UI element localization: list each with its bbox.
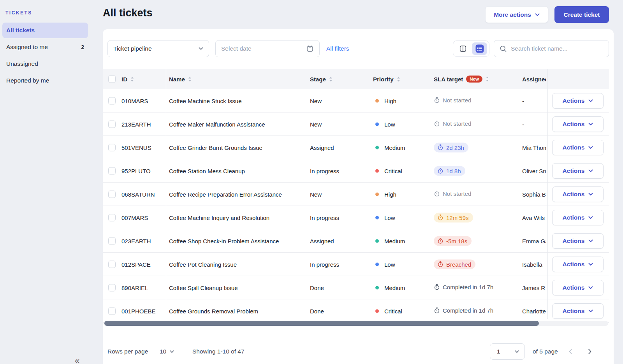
sort-icon[interactable] — [188, 76, 192, 82]
chevron-down-icon — [588, 193, 593, 196]
ticket-stage: Done — [310, 284, 324, 291]
next-page-button[interactable] — [588, 348, 592, 355]
priority-dot-icon — [375, 286, 379, 289]
sidebar-item-label: Unassigned — [6, 60, 38, 67]
priority-dot-icon — [375, 239, 379, 243]
row-checkbox[interactable] — [108, 260, 116, 268]
ticket-name: Coffee Station Mess Cleanup — [169, 167, 245, 174]
priority-dot-icon — [375, 309, 379, 313]
row-actions-button[interactable]: Actions — [552, 280, 604, 295]
ticket-id: 952PLUTO — [121, 167, 151, 174]
row-checkbox[interactable] — [108, 214, 116, 221]
rows-per-page-label: Rows per page — [107, 348, 148, 355]
ticket-id: 501VENUS — [121, 144, 151, 151]
table-header: ID Name Stage Priority — [103, 69, 609, 89]
ticket-name: Coffee Pot Cleaning Issue — [169, 261, 237, 267]
row-checkbox[interactable] — [108, 307, 116, 315]
ticket-name: Coffee Grinder Burnt Grounds Issue — [169, 144, 262, 151]
ticket-priority: Low — [375, 121, 395, 127]
sort-icon[interactable] — [329, 76, 333, 82]
create-ticket-button[interactable]: Create ticket — [554, 6, 609, 23]
ticket-id: 068SATURN — [121, 191, 155, 197]
sidebar-item-reported-by-me[interactable]: Reported by me — [2, 73, 88, 88]
stopwatch-icon — [437, 238, 443, 244]
row-actions-button[interactable]: Actions — [552, 210, 604, 225]
table-row: 012SPACE Coffee Pot Cleaning Issue In pr… — [103, 253, 609, 276]
row-checkbox[interactable] — [108, 190, 116, 198]
row-actions-button[interactable]: Actions — [552, 257, 604, 272]
more-actions-button[interactable]: More actions — [485, 6, 548, 23]
sla-target-value: -5m 18s — [434, 236, 472, 246]
sla-target-value: Not started — [434, 190, 471, 198]
row-actions-button[interactable]: Actions — [552, 303, 604, 319]
priority-dot-icon — [375, 146, 379, 149]
column-header-sla-target: SLA target — [434, 76, 463, 83]
row-checkbox[interactable] — [108, 120, 116, 128]
ticket-priority: High — [375, 97, 396, 104]
search-input[interactable]: Search ticket name... — [494, 40, 609, 57]
ticket-priority: High — [375, 191, 396, 197]
date-input[interactable]: Select date — [215, 40, 320, 57]
column-header-name: Name — [169, 76, 185, 83]
rows-per-page-value: 10 — [160, 348, 166, 355]
sidebar-item-assigned-to-me[interactable]: Assigned to me 2 — [2, 39, 88, 55]
ticket-assignee: James R — [522, 284, 546, 291]
sidebar-item-label: Reported by me — [6, 77, 49, 84]
row-actions-button[interactable]: Actions — [552, 93, 604, 109]
row-checkbox[interactable] — [108, 284, 116, 291]
page-number-value: 1 — [497, 348, 500, 355]
ticket-name: Coffee Machine Stuck Issue — [169, 97, 242, 104]
collapse-sidebar-icon[interactable]: « — [75, 358, 79, 364]
column-header-id: ID — [121, 76, 127, 83]
chevron-down-icon — [170, 350, 174, 353]
stopwatch-icon — [437, 168, 443, 174]
sidebar-item-label: Assigned to me — [6, 44, 48, 51]
row-actions-button[interactable]: Actions — [552, 186, 604, 202]
ticket-assignee: - — [522, 121, 546, 127]
row-actions-button[interactable]: Actions — [552, 233, 604, 249]
page-number-select[interactable]: 1 — [490, 343, 525, 360]
row-checkbox[interactable] — [108, 167, 116, 174]
stopwatch-icon — [434, 120, 440, 127]
rows-per-page-select[interactable]: 10 — [160, 348, 174, 355]
all-filters-link[interactable]: All filters — [326, 45, 349, 52]
horizontal-scrollbar-track[interactable] — [104, 321, 608, 326]
chevron-down-icon — [588, 146, 593, 149]
pipeline-select-value: Ticket pipeline — [113, 45, 152, 52]
board-view-toggle[interactable] — [455, 42, 470, 55]
chevron-down-icon — [588, 99, 593, 102]
list-view-toggle[interactable] — [472, 42, 487, 55]
sort-icon[interactable] — [397, 76, 400, 82]
row-actions-button[interactable]: Actions — [552, 140, 604, 155]
row-checkbox[interactable] — [108, 97, 116, 104]
table-row: 010MARS Coffee Machine Stuck Issue New H… — [103, 89, 609, 113]
ticket-stage: In progress — [310, 167, 339, 174]
chevron-down-icon — [588, 239, 593, 243]
sort-icon[interactable] — [486, 76, 489, 82]
ticket-assignee: - — [522, 97, 546, 104]
sort-icon[interactable] — [130, 76, 134, 82]
sidebar-item-unassigned[interactable]: Unassigned — [2, 56, 88, 72]
ticket-id: 012SPACE — [121, 261, 151, 267]
ticket-assignee: Oliver Sm — [522, 167, 546, 174]
ticket-id: 007MARS — [121, 214, 148, 221]
priority-dot-icon — [375, 262, 379, 266]
stopwatch-icon — [434, 307, 440, 313]
row-actions-button[interactable]: Actions — [552, 163, 604, 179]
sidebar-nav: All tickets Assigned to me 2 Unassigned … — [2, 23, 88, 90]
table-row: 068SATURN Coffee Recipe Preparation Erro… — [103, 183, 609, 206]
ticket-assignee: Sophia B — [522, 191, 546, 197]
row-checkbox[interactable] — [108, 237, 116, 244]
ticket-priority: Medium — [375, 144, 405, 151]
previous-page-button[interactable] — [568, 348, 572, 355]
table-body: 010MARS Coffee Machine Stuck Issue New H… — [103, 89, 609, 323]
row-checkbox[interactable] — [108, 144, 116, 151]
horizontal-scrollbar-thumb[interactable] — [104, 321, 539, 326]
row-actions-button[interactable]: Actions — [552, 116, 604, 132]
search-placeholder: Search ticket name... — [511, 45, 568, 52]
ticket-stage: Assigned — [310, 144, 334, 151]
pipeline-select[interactable]: Ticket pipeline — [107, 40, 209, 57]
sidebar-item-all-tickets[interactable]: All tickets — [2, 23, 88, 38]
select-all-checkbox[interactable] — [108, 76, 116, 83]
sla-target-value: Not started — [434, 97, 471, 105]
